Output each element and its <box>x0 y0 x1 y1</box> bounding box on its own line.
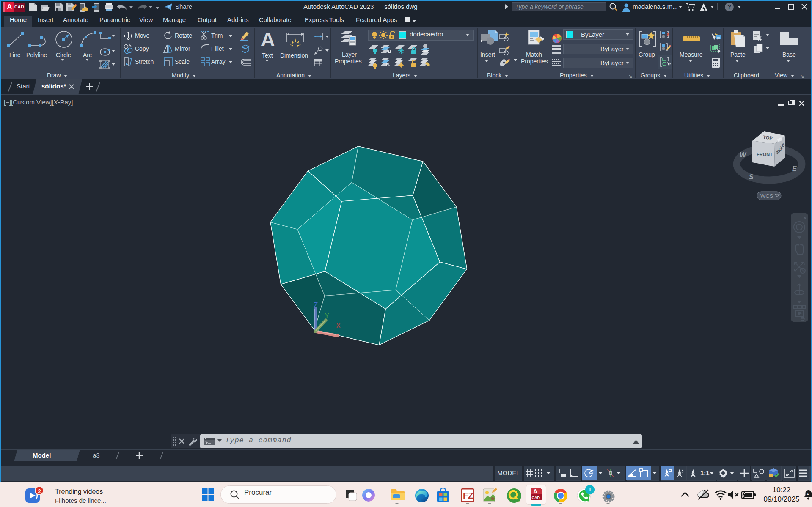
svg-text:CAD: CAD <box>532 496 540 500</box>
svg-text:z: z <box>810 490 812 493</box>
svg-text:z: z <box>807 491 809 496</box>
svg-text:FZ: FZ <box>463 491 473 500</box>
svg-text:A: A <box>533 488 537 495</box>
